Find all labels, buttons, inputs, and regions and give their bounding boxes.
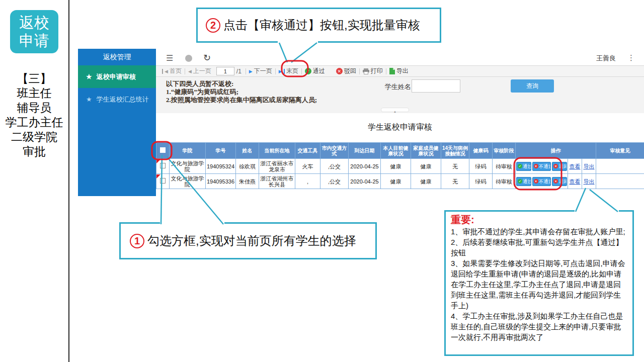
page-number-input[interactable]: [216, 67, 234, 75]
screenshot-page: 返校 申请 【三】 班主任 辅导员 学工办主任 二级学院 审批 返校管理 ★ 返…: [0, 0, 644, 362]
search-button[interactable]: 查询: [511, 79, 554, 93]
globe-icon[interactable]: [185, 55, 192, 62]
cell-review-comment: [596, 174, 644, 189]
cross-circle-icon: ✕: [534, 179, 538, 184]
row-approve-button[interactable]: ✓通过: [516, 162, 531, 171]
sidebar-item-label: 学生返校汇总统计: [97, 95, 149, 104]
cell-student-id: 194095324: [206, 159, 236, 174]
select-all-checkbox[interactable]: [160, 147, 166, 153]
cell-family-health: 健康: [411, 174, 441, 189]
print-label: 打印: [371, 67, 383, 75]
cross-circle-icon: ✕: [336, 68, 343, 74]
column-header: 家庭成员健康状况: [411, 143, 441, 159]
role-line: 辅导员: [0, 101, 68, 115]
prev-page-button[interactable]: ◀ 上一页: [185, 67, 214, 75]
user-name[interactable]: 王善良: [596, 54, 616, 63]
approve-label: 通过: [313, 67, 325, 75]
last-page-button[interactable]: ▶ 末页: [276, 67, 301, 75]
column-header-actions: 操作: [516, 143, 596, 159]
table-title: 学生返校申请审核: [156, 122, 644, 133]
important-item: 2、后续若要继续审批,可重新勾选学生并点【通过】按钮: [451, 237, 627, 258]
row-disapprove-label: 不通过: [539, 163, 551, 169]
export-button[interactable]: 导出: [386, 67, 412, 75]
check-circle-icon: ✓: [518, 164, 522, 168]
cell-location: 浙江省湖州市长兴县: [259, 174, 295, 189]
reject-label: 驳回: [344, 67, 356, 75]
important-title: 重要:: [451, 214, 627, 226]
star-icon: ★: [86, 96, 92, 103]
row-disapprove-button[interactable]: ✕不通过: [532, 177, 551, 186]
table-header-row: 学院 学号 姓名 当前所在地 交通工具 市内交通方式 到达日期 本人目前健康状况…: [156, 143, 644, 159]
cell-review-stage: 待审核: [493, 174, 516, 189]
step1-number-badge: 1: [130, 234, 144, 248]
menu-list-icon[interactable]: ☰: [166, 53, 173, 63]
important-item: 4、学工办主任审批,涉及到如果学工办主任自己也是班主任的,自己班级的学生提交上来…: [451, 311, 627, 342]
row-checkbox[interactable]: [160, 178, 166, 184]
row-export-link[interactable]: 导出: [584, 163, 595, 169]
cell-transport: 火车: [295, 159, 320, 174]
column-header: 姓名: [236, 143, 259, 159]
notice-line: 1.“健康码”为黄码或红码;: [166, 88, 317, 96]
column-header: 审核阶段: [493, 143, 516, 159]
cell-location: 浙江省丽水市龙泉市: [259, 159, 295, 174]
sidebar-item-return-summary-stats[interactable]: ★ 学生返校汇总统计: [78, 88, 156, 111]
notice-text: 以下四类人员暂不返校: 1.“健康码”为黄码或红码; 2.按照属地管控要求尚在集…: [166, 80, 317, 104]
cell-college: 文化与旅游学院: [170, 159, 206, 174]
collapse-handle[interactable]: ▲: [381, 108, 409, 112]
sidebar-item-return-application-review[interactable]: ★ 返校申请审核: [78, 65, 156, 88]
refresh-icon[interactable]: ↻: [203, 52, 211, 63]
role-line: 审批: [0, 144, 68, 159]
row-approve-label: 通过: [523, 163, 531, 169]
cell-arrive-date: 2020-04-25: [349, 174, 381, 189]
role-line: 班主任: [0, 86, 68, 101]
row-sendback-button[interactable]: ✕退回: [552, 177, 567, 186]
row-approve-label: 通过: [523, 178, 531, 185]
document-export-icon: [389, 68, 395, 74]
cross-circle-icon: ✕: [553, 164, 558, 168]
column-header: 当前所在地: [259, 143, 295, 159]
row-disapprove-button[interactable]: ✕不通过: [532, 162, 551, 171]
row-view-link[interactable]: 查看: [570, 163, 581, 169]
sidebar-item-label: 返校申请审核: [97, 72, 136, 81]
step2-text: 点击【审核通过】按钮,实现批量审核: [223, 17, 420, 33]
reject-button[interactable]: ✕ 驳回: [333, 67, 359, 75]
column-header: 健康码: [469, 143, 493, 159]
cell-name: 朱佳燕: [236, 174, 259, 189]
left-arrow-icon: ◀: [165, 69, 168, 74]
kebab-menu-icon[interactable]: ⋮: [627, 53, 635, 62]
table-row: 文化与旅游学院 194095324 徐欢琪 浙江省丽水市龙泉市 火车 ,公交 2…: [156, 159, 644, 174]
row-view-link[interactable]: 查看: [570, 178, 581, 185]
cross-circle-icon: ✕: [553, 179, 558, 184]
column-header: 学号: [206, 143, 236, 159]
callout-step2: 2 点击【审核通过】按钮,实现批量审核: [196, 8, 441, 43]
row-export-link[interactable]: 导出: [584, 178, 595, 185]
table-row: 文化与旅游学院 194095336 朱佳燕 浙江省湖州市长兴县 , ,公交 20…: [156, 174, 644, 189]
step1-text: 勾选方框,实现对当前页所有学生的选择: [147, 233, 356, 249]
vertical-divider: [68, 0, 69, 362]
first-page-button[interactable]: ◀ 首页: [159, 67, 185, 75]
print-button[interactable]: 打印: [360, 67, 386, 75]
cross-circle-icon: ✕: [534, 164, 538, 168]
right-arrow-icon: ▶: [279, 69, 282, 74]
column-header: 市内交通方式: [320, 143, 349, 159]
approve-button[interactable]: ✓ 通过: [302, 67, 328, 75]
row-sendback-button[interactable]: ✕退回: [552, 162, 567, 171]
column-header: 交通工具: [295, 143, 320, 159]
last-page-label: 末页: [286, 67, 298, 75]
right-arrow-icon: ▶: [249, 69, 253, 74]
next-page-label: 下一页: [254, 67, 272, 75]
cell-actions: ✓通过 ✕不通过 ✕退回: [516, 174, 568, 189]
main-content: 学生返校申请审核 学院 学号 姓名 当前所在地 交通工具 市内交通方式 到达日期…: [156, 113, 644, 196]
row-approve-button[interactable]: ✓通过: [516, 177, 531, 186]
students-table: 学院 学号 姓名 当前所在地 交通工具 市内交通方式 到达日期 本人目前健康状况…: [156, 142, 644, 189]
cell-family-health: 健康: [411, 159, 441, 174]
column-header: 14天与病例接触情况: [441, 143, 469, 159]
student-name-label: 学生姓名: [385, 82, 411, 92]
column-header: 学院: [170, 143, 206, 159]
next-page-button[interactable]: ▶ 下一页: [246, 67, 275, 75]
student-name-input[interactable]: [412, 79, 460, 93]
cell-student-id: 194095336: [206, 174, 236, 189]
cell-health-code: 绿码: [469, 159, 493, 174]
row-checkbox[interactable]: [160, 163, 166, 168]
role-line: 学工办主任: [0, 115, 68, 130]
